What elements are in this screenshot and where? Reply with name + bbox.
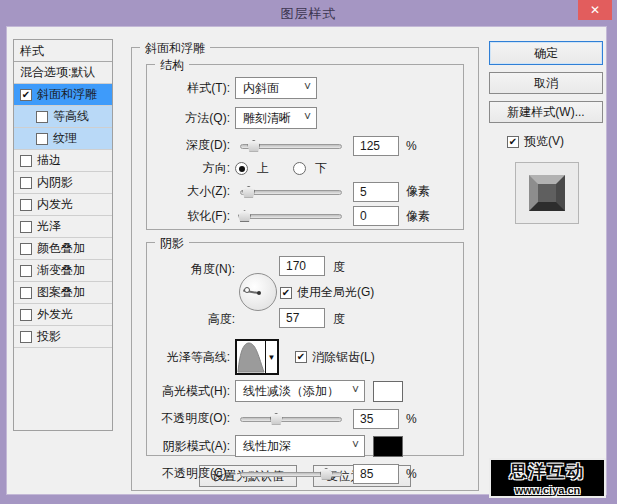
shadow-color-swatch[interactable] — [373, 436, 403, 457]
styles-list-header: 样式 — [14, 40, 112, 62]
checkbox-icon[interactable] — [20, 155, 32, 167]
soften-slider-thumb[interactable] — [238, 210, 251, 222]
dialog-body: 样式 混合选项:默认 斜面和浮雕 等高线 纹理 描边 内阴 — [6, 26, 607, 495]
size-slider-thumb[interactable] — [242, 186, 255, 198]
checkbox-icon[interactable] — [20, 243, 32, 255]
style-preview-thumbnail — [515, 162, 579, 224]
preview-label: 预览(V) — [524, 133, 564, 150]
soften-unit: 像素 — [399, 208, 430, 225]
sidebar-item-gradient-overlay[interactable]: 渐变叠加 — [14, 260, 112, 282]
styles-list: 样式 混合选项:默认 斜面和浮雕 等高线 纹理 描边 内阴 — [13, 39, 113, 431]
size-slider[interactable] — [240, 185, 342, 199]
sidebar-item-contour[interactable]: 等高线 — [14, 106, 112, 128]
radio-icon[interactable] — [293, 162, 306, 175]
depth-label: 深度(D): — [151, 137, 235, 154]
titlebar: 图层样式 ✕ — [0, 0, 617, 26]
sidebar-item-drop-shadow[interactable]: 投影 — [14, 326, 112, 348]
checkbox-icon[interactable] — [36, 111, 48, 123]
sidebar-item-label: 图案叠加 — [37, 284, 85, 301]
sidebar-item-label: 纹理 — [53, 130, 77, 147]
anti-alias-checkbox[interactable]: 消除锯齿(L) — [295, 349, 375, 366]
checkbox-icon[interactable] — [20, 309, 32, 321]
window-title: 图层样式 — [0, 5, 617, 23]
shadow-opacity-thumb[interactable] — [320, 468, 333, 480]
sidebar-item-blending-options[interactable]: 混合选项:默认 — [14, 62, 112, 84]
highlight-opacity-slider[interactable] — [240, 412, 342, 426]
chevron-down-icon[interactable]: ▼ — [265, 341, 277, 373]
checkbox-icon[interactable] — [20, 287, 32, 299]
style-select[interactable]: 内斜面 — [235, 77, 317, 99]
watermark-brand: 思洋互动 — [510, 460, 586, 483]
checkbox-icon[interactable] — [20, 221, 32, 233]
checkbox-icon[interactable] — [295, 351, 307, 363]
sidebar-item-inner-shadow[interactable]: 内阴影 — [14, 172, 112, 194]
soften-slider-track[interactable] — [240, 214, 342, 219]
highlight-opacity-unit: % — [399, 412, 417, 426]
radio-icon[interactable] — [235, 162, 248, 175]
style-select-value: 内斜面 — [243, 80, 279, 97]
bevel-emboss-panel: 斜面和浮雕 结构 样式(T): 内斜面 方法(Q): 雕刻清晰 — [131, 47, 479, 491]
direction-up-radio[interactable]: 上 — [235, 160, 269, 177]
sidebar-item-label: 混合选项:默认 — [20, 64, 95, 81]
angle-input[interactable]: 170 — [279, 256, 325, 276]
highlight-opacity-thumb[interactable] — [270, 413, 283, 425]
highlight-mode-label: 高光模式(H): — [151, 383, 235, 400]
sidebar-item-stroke[interactable]: 描边 — [14, 150, 112, 172]
highlight-mode-value: 线性减淡（添加） — [243, 383, 339, 400]
checkbox-icon[interactable] — [280, 287, 292, 299]
shadow-opacity-input[interactable]: 85 — [353, 464, 399, 484]
soften-slider[interactable] — [240, 209, 342, 223]
sidebar-item-pattern-overlay[interactable]: 图案叠加 — [14, 282, 112, 304]
soften-label: 软化(F): — [151, 208, 235, 225]
direction-down-radio[interactable]: 下 — [293, 160, 327, 177]
highlight-opacity-input[interactable]: 35 — [353, 409, 399, 429]
close-icon[interactable]: ✕ — [578, 0, 612, 20]
technique-select[interactable]: 雕刻清晰 — [235, 107, 317, 129]
soften-input[interactable]: 0 — [353, 206, 399, 226]
highlight-mode-select[interactable]: 线性减淡（添加） — [235, 380, 365, 402]
size-label: 大小(Z): — [151, 183, 235, 200]
altitude-unit: 度 — [333, 311, 345, 328]
sidebar-item-texture[interactable]: 纹理 — [14, 128, 112, 150]
ok-button[interactable]: 确定 — [489, 41, 603, 65]
depth-slider[interactable] — [240, 139, 342, 153]
checkbox-icon[interactable] — [20, 177, 32, 189]
altitude-label: 高度: — [147, 311, 235, 328]
cancel-button[interactable]: 取消 — [489, 72, 603, 94]
sidebar-item-outer-glow[interactable]: 外发光 — [14, 304, 112, 326]
gloss-contour-label: 光泽等高线: — [151, 349, 235, 366]
checkbox-icon[interactable] — [20, 199, 32, 211]
sidebar-item-label: 内发光 — [37, 196, 73, 213]
contour-curve-icon — [237, 341, 265, 373]
sidebar-item-label: 渐变叠加 — [37, 262, 85, 279]
sidebar-item-label: 描边 — [37, 152, 61, 169]
sidebar-item-bevel-emboss[interactable]: 斜面和浮雕 — [14, 84, 112, 106]
technique-label: 方法(Q): — [151, 110, 235, 127]
angle-zone: 角度(N): 170 度 使用全局光(G) 高度: 57 度 — [147, 247, 463, 337]
sidebar-item-color-overlay[interactable]: 颜色叠加 — [14, 238, 112, 260]
use-global-light-checkbox[interactable]: 使用全局光(G) — [280, 284, 374, 301]
altitude-input[interactable]: 57 — [279, 308, 325, 328]
depth-input[interactable]: 125 — [353, 136, 399, 156]
sidebar-item-inner-glow[interactable]: 内发光 — [14, 194, 112, 216]
size-input[interactable]: 5 — [353, 182, 399, 202]
highlight-opacity-track[interactable] — [240, 417, 342, 422]
checkbox-icon[interactable] — [20, 89, 32, 101]
shadow-mode-select[interactable]: 线性加深 — [235, 435, 365, 457]
angle-tip — [244, 287, 250, 293]
size-slider-track[interactable] — [240, 190, 342, 195]
checkbox-icon[interactable] — [20, 265, 32, 277]
highlight-color-swatch[interactable] — [373, 381, 403, 402]
anti-alias-label: 消除锯齿(L) — [312, 349, 375, 366]
gloss-contour-picker[interactable]: ▼ — [235, 339, 279, 375]
watermark-url: www.ciya.cn — [515, 484, 581, 496]
checkbox-icon[interactable] — [36, 133, 48, 145]
checkbox-icon[interactable] — [507, 136, 519, 148]
new-style-button[interactable]: 新建样式(W)... — [489, 101, 603, 123]
angle-dial[interactable] — [239, 273, 277, 311]
depth-slider-thumb[interactable] — [247, 140, 260, 152]
shadow-opacity-slider[interactable] — [240, 467, 342, 481]
sidebar-item-satin[interactable]: 光泽 — [14, 216, 112, 238]
preview-checkbox[interactable]: 预览(V) — [507, 133, 564, 150]
checkbox-icon[interactable] — [20, 331, 32, 343]
